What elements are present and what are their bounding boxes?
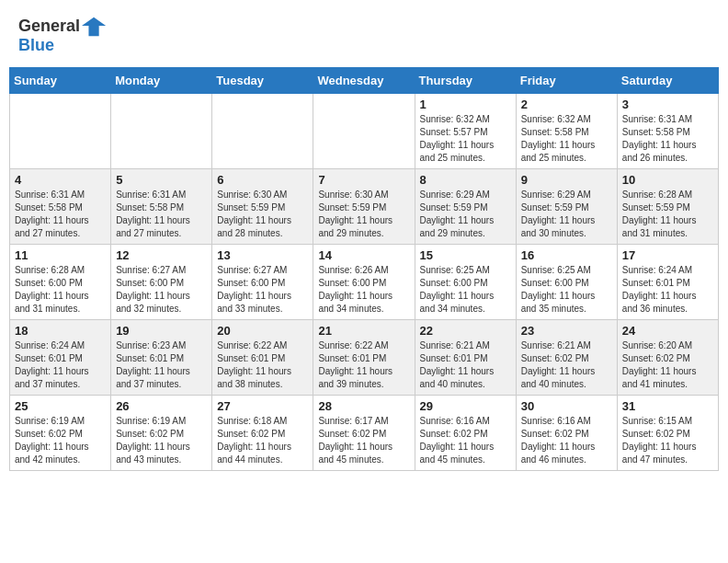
day-number: 30: [521, 399, 612, 413]
day-number: 3: [622, 98, 713, 111]
calendar-cell: 25Sunrise: 6:19 AM Sunset: 6:02 PM Dayli…: [10, 396, 111, 471]
day-info: Sunrise: 6:23 AM Sunset: 6:01 PM Dayligh…: [116, 339, 207, 391]
day-info: Sunrise: 6:31 AM Sunset: 5:58 PM Dayligh…: [15, 189, 106, 240]
calendar-cell: [10, 94, 111, 169]
day-number: 13: [217, 248, 308, 262]
weekday-header-monday: Monday: [111, 68, 212, 94]
calendar-cell: 6Sunrise: 6:30 AM Sunset: 5:59 PM Daylig…: [212, 169, 313, 245]
day-info: Sunrise: 6:24 AM Sunset: 6:01 PM Dayligh…: [15, 339, 106, 391]
calendar-cell: 1Sunrise: 6:32 AM Sunset: 5:57 PM Daylig…: [415, 94, 516, 169]
day-info: Sunrise: 6:22 AM Sunset: 6:01 PM Dayligh…: [318, 339, 409, 391]
weekday-header-wednesday: Wednesday: [313, 68, 415, 94]
weekday-header-saturday: Saturday: [617, 68, 718, 94]
calendar-cell: 18Sunrise: 6:24 AM Sunset: 6:01 PM Dayli…: [10, 320, 111, 396]
day-info: Sunrise: 6:30 AM Sunset: 5:59 PM Dayligh…: [217, 189, 308, 240]
page-header: General Blue: [9, 9, 719, 60]
calendar-cell: [212, 94, 313, 169]
day-number: 4: [15, 173, 106, 187]
day-number: 21: [318, 324, 409, 338]
day-info: Sunrise: 6:25 AM Sunset: 6:00 PM Dayligh…: [420, 264, 511, 316]
day-number: 15: [420, 248, 511, 262]
day-info: Sunrise: 6:32 AM Sunset: 5:58 PM Dayligh…: [521, 113, 612, 165]
day-number: 12: [116, 248, 207, 262]
day-number: 27: [217, 399, 308, 413]
calendar-cell: 9Sunrise: 6:29 AM Sunset: 5:59 PM Daylig…: [516, 169, 617, 245]
day-info: Sunrise: 6:15 AM Sunset: 6:02 PM Dayligh…: [622, 415, 713, 466]
calendar-cell: 13Sunrise: 6:27 AM Sunset: 6:00 PM Dayli…: [212, 245, 313, 320]
week-row-2: 4Sunrise: 6:31 AM Sunset: 5:58 PM Daylig…: [10, 169, 719, 245]
day-number: 26: [116, 399, 207, 413]
calendar-cell: [111, 94, 212, 169]
calendar-cell: 21Sunrise: 6:22 AM Sunset: 6:01 PM Dayli…: [313, 320, 415, 396]
day-number: 31: [622, 399, 713, 413]
calendar-cell: 26Sunrise: 6:19 AM Sunset: 6:02 PM Dayli…: [111, 396, 212, 471]
weekday-header-sunday: Sunday: [10, 68, 111, 94]
day-info: Sunrise: 6:26 AM Sunset: 6:00 PM Dayligh…: [318, 264, 409, 316]
calendar-cell: 30Sunrise: 6:16 AM Sunset: 6:02 PM Dayli…: [516, 396, 617, 471]
calendar-cell: 28Sunrise: 6:17 AM Sunset: 6:02 PM Dayli…: [313, 396, 415, 471]
calendar-cell: 23Sunrise: 6:21 AM Sunset: 6:02 PM Dayli…: [516, 320, 617, 396]
day-info: Sunrise: 6:16 AM Sunset: 6:02 PM Dayligh…: [521, 415, 612, 466]
calendar-cell: 4Sunrise: 6:31 AM Sunset: 5:58 PM Daylig…: [10, 169, 111, 245]
logo-icon: [82, 14, 108, 40]
day-number: 14: [318, 248, 409, 262]
day-info: Sunrise: 6:28 AM Sunset: 6:00 PM Dayligh…: [15, 264, 106, 316]
day-number: 28: [318, 399, 409, 413]
calendar-cell: 8Sunrise: 6:29 AM Sunset: 5:59 PM Daylig…: [415, 169, 516, 245]
day-info: Sunrise: 6:22 AM Sunset: 6:01 PM Dayligh…: [217, 339, 308, 391]
svg-marker-0: [82, 17, 106, 37]
day-number: 5: [116, 173, 207, 187]
day-number: 10: [622, 173, 713, 187]
day-number: 11: [15, 248, 106, 262]
calendar-cell: 2Sunrise: 6:32 AM Sunset: 5:58 PM Daylig…: [516, 94, 617, 169]
day-info: Sunrise: 6:21 AM Sunset: 6:02 PM Dayligh…: [521, 339, 612, 391]
day-info: Sunrise: 6:28 AM Sunset: 5:59 PM Dayligh…: [622, 189, 713, 240]
day-info: Sunrise: 6:25 AM Sunset: 6:00 PM Dayligh…: [521, 264, 612, 316]
day-info: Sunrise: 6:17 AM Sunset: 6:02 PM Dayligh…: [318, 415, 409, 466]
calendar-cell: 24Sunrise: 6:20 AM Sunset: 6:02 PM Dayli…: [617, 320, 718, 396]
week-row-4: 18Sunrise: 6:24 AM Sunset: 6:01 PM Dayli…: [10, 320, 719, 396]
day-number: 7: [318, 173, 409, 187]
day-info: Sunrise: 6:19 AM Sunset: 6:02 PM Dayligh…: [116, 415, 207, 466]
day-info: Sunrise: 6:31 AM Sunset: 5:58 PM Dayligh…: [622, 113, 713, 165]
calendar-cell: 10Sunrise: 6:28 AM Sunset: 5:59 PM Dayli…: [617, 169, 718, 245]
calendar-cell: 5Sunrise: 6:31 AM Sunset: 5:58 PM Daylig…: [111, 169, 212, 245]
day-number: 8: [420, 173, 511, 187]
day-number: 16: [521, 248, 612, 262]
calendar-cell: 14Sunrise: 6:26 AM Sunset: 6:00 PM Dayli…: [313, 245, 415, 320]
calendar-cell: 3Sunrise: 6:31 AM Sunset: 5:58 PM Daylig…: [617, 94, 718, 169]
day-number: 25: [15, 399, 106, 413]
calendar-cell: 17Sunrise: 6:24 AM Sunset: 6:01 PM Dayli…: [617, 245, 718, 320]
calendar-cell: 29Sunrise: 6:16 AM Sunset: 6:02 PM Dayli…: [415, 396, 516, 471]
day-info: Sunrise: 6:30 AM Sunset: 5:59 PM Dayligh…: [318, 189, 409, 240]
calendar-cell: 27Sunrise: 6:18 AM Sunset: 6:02 PM Dayli…: [212, 396, 313, 471]
day-info: Sunrise: 6:19 AM Sunset: 6:02 PM Dayligh…: [15, 415, 106, 466]
calendar-cell: 12Sunrise: 6:27 AM Sunset: 6:00 PM Dayli…: [111, 245, 212, 320]
day-number: 6: [217, 173, 308, 187]
calendar-cell: [313, 94, 415, 169]
day-number: 2: [521, 98, 612, 111]
day-number: 23: [521, 324, 612, 338]
logo-text: General: [18, 17, 80, 37]
calendar-cell: 16Sunrise: 6:25 AM Sunset: 6:00 PM Dayli…: [516, 245, 617, 320]
day-info: Sunrise: 6:18 AM Sunset: 6:02 PM Dayligh…: [217, 415, 308, 466]
day-info: Sunrise: 6:21 AM Sunset: 6:01 PM Dayligh…: [420, 339, 511, 391]
calendar-cell: 22Sunrise: 6:21 AM Sunset: 6:01 PM Dayli…: [415, 320, 516, 396]
weekday-header-tuesday: Tuesday: [212, 68, 313, 94]
day-info: Sunrise: 6:16 AM Sunset: 6:02 PM Dayligh…: [420, 415, 511, 466]
day-info: Sunrise: 6:31 AM Sunset: 5:58 PM Dayligh…: [116, 189, 207, 240]
day-number: 1: [420, 98, 511, 111]
day-info: Sunrise: 6:27 AM Sunset: 6:00 PM Dayligh…: [116, 264, 207, 316]
calendar-cell: 31Sunrise: 6:15 AM Sunset: 6:02 PM Dayli…: [617, 396, 718, 471]
day-number: 9: [521, 173, 612, 187]
weekday-header-friday: Friday: [516, 68, 617, 94]
week-row-5: 25Sunrise: 6:19 AM Sunset: 6:02 PM Dayli…: [10, 396, 719, 471]
calendar: SundayMondayTuesdayWednesdayThursdayFrid…: [9, 67, 719, 471]
day-info: Sunrise: 6:27 AM Sunset: 6:00 PM Dayligh…: [217, 264, 308, 316]
day-info: Sunrise: 6:24 AM Sunset: 6:01 PM Dayligh…: [622, 264, 713, 316]
day-info: Sunrise: 6:20 AM Sunset: 6:02 PM Dayligh…: [622, 339, 713, 391]
day-info: Sunrise: 6:29 AM Sunset: 5:59 PM Dayligh…: [521, 189, 612, 240]
calendar-cell: 20Sunrise: 6:22 AM Sunset: 6:01 PM Dayli…: [212, 320, 313, 396]
day-number: 17: [622, 248, 713, 262]
day-number: 29: [420, 399, 511, 413]
